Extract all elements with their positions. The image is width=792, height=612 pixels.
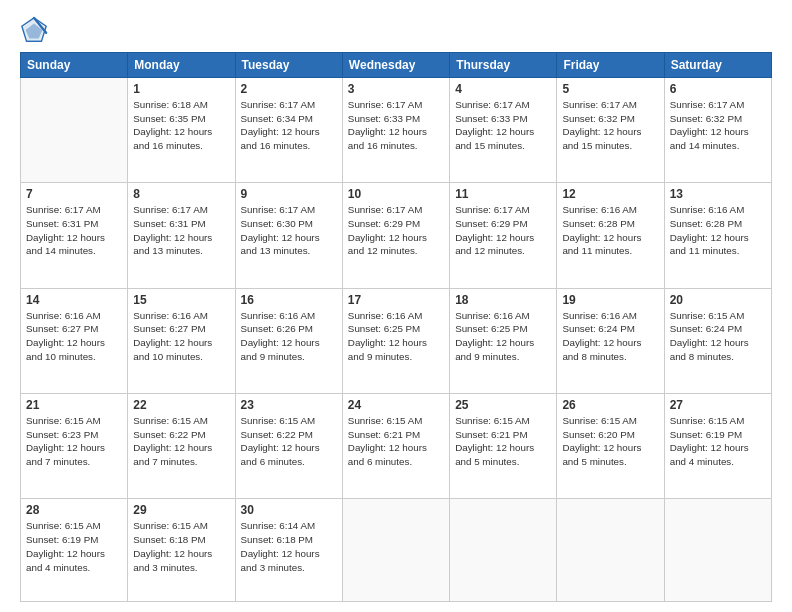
day-info: Sunrise: 6:17 AM Sunset: 6:29 PM Dayligh…: [455, 203, 551, 258]
calendar-cell: 17Sunrise: 6:16 AM Sunset: 6:25 PM Dayli…: [342, 288, 449, 393]
header-saturday: Saturday: [664, 53, 771, 78]
day-info: Sunrise: 6:16 AM Sunset: 6:27 PM Dayligh…: [133, 309, 229, 364]
calendar-cell: 28Sunrise: 6:15 AM Sunset: 6:19 PM Dayli…: [21, 499, 128, 602]
week-row-5: 28Sunrise: 6:15 AM Sunset: 6:19 PM Dayli…: [21, 499, 772, 602]
calendar-cell: 8Sunrise: 6:17 AM Sunset: 6:31 PM Daylig…: [128, 183, 235, 288]
day-info: Sunrise: 6:17 AM Sunset: 6:31 PM Dayligh…: [133, 203, 229, 258]
day-number: 26: [562, 398, 658, 412]
day-info: Sunrise: 6:15 AM Sunset: 6:21 PM Dayligh…: [348, 414, 444, 469]
calendar-cell: [450, 499, 557, 602]
day-info: Sunrise: 6:16 AM Sunset: 6:28 PM Dayligh…: [670, 203, 766, 258]
day-info: Sunrise: 6:16 AM Sunset: 6:27 PM Dayligh…: [26, 309, 122, 364]
calendar-cell: 29Sunrise: 6:15 AM Sunset: 6:18 PM Dayli…: [128, 499, 235, 602]
day-info: Sunrise: 6:15 AM Sunset: 6:18 PM Dayligh…: [133, 519, 229, 574]
day-info: Sunrise: 6:15 AM Sunset: 6:20 PM Dayligh…: [562, 414, 658, 469]
day-number: 28: [26, 503, 122, 517]
day-number: 14: [26, 293, 122, 307]
day-info: Sunrise: 6:15 AM Sunset: 6:19 PM Dayligh…: [26, 519, 122, 574]
day-info: Sunrise: 6:15 AM Sunset: 6:23 PM Dayligh…: [26, 414, 122, 469]
header-thursday: Thursday: [450, 53, 557, 78]
calendar-cell: [557, 499, 664, 602]
week-row-1: 1Sunrise: 6:18 AM Sunset: 6:35 PM Daylig…: [21, 78, 772, 183]
header-monday: Monday: [128, 53, 235, 78]
day-info: Sunrise: 6:16 AM Sunset: 6:28 PM Dayligh…: [562, 203, 658, 258]
calendar-cell: 16Sunrise: 6:16 AM Sunset: 6:26 PM Dayli…: [235, 288, 342, 393]
day-info: Sunrise: 6:17 AM Sunset: 6:31 PM Dayligh…: [26, 203, 122, 258]
calendar-table: SundayMondayTuesdayWednesdayThursdayFrid…: [20, 52, 772, 602]
calendar-cell: 23Sunrise: 6:15 AM Sunset: 6:22 PM Dayli…: [235, 394, 342, 499]
day-number: 16: [241, 293, 337, 307]
day-number: 22: [133, 398, 229, 412]
week-row-4: 21Sunrise: 6:15 AM Sunset: 6:23 PM Dayli…: [21, 394, 772, 499]
calendar-cell: 18Sunrise: 6:16 AM Sunset: 6:25 PM Dayli…: [450, 288, 557, 393]
day-info: Sunrise: 6:16 AM Sunset: 6:26 PM Dayligh…: [241, 309, 337, 364]
day-info: Sunrise: 6:17 AM Sunset: 6:34 PM Dayligh…: [241, 98, 337, 153]
header-tuesday: Tuesday: [235, 53, 342, 78]
day-number: 1: [133, 82, 229, 96]
day-info: Sunrise: 6:15 AM Sunset: 6:19 PM Dayligh…: [670, 414, 766, 469]
day-number: 21: [26, 398, 122, 412]
calendar-cell: 1Sunrise: 6:18 AM Sunset: 6:35 PM Daylig…: [128, 78, 235, 183]
day-info: Sunrise: 6:17 AM Sunset: 6:30 PM Dayligh…: [241, 203, 337, 258]
week-row-3: 14Sunrise: 6:16 AM Sunset: 6:27 PM Dayli…: [21, 288, 772, 393]
calendar-cell: 10Sunrise: 6:17 AM Sunset: 6:29 PM Dayli…: [342, 183, 449, 288]
calendar-cell: 15Sunrise: 6:16 AM Sunset: 6:27 PM Dayli…: [128, 288, 235, 393]
day-number: 13: [670, 187, 766, 201]
day-number: 8: [133, 187, 229, 201]
day-info: Sunrise: 6:17 AM Sunset: 6:32 PM Dayligh…: [670, 98, 766, 153]
day-number: 10: [348, 187, 444, 201]
calendar-cell: 27Sunrise: 6:15 AM Sunset: 6:19 PM Dayli…: [664, 394, 771, 499]
calendar-cell: [664, 499, 771, 602]
calendar-cell: 24Sunrise: 6:15 AM Sunset: 6:21 PM Dayli…: [342, 394, 449, 499]
day-info: Sunrise: 6:16 AM Sunset: 6:25 PM Dayligh…: [455, 309, 551, 364]
calendar-cell: 14Sunrise: 6:16 AM Sunset: 6:27 PM Dayli…: [21, 288, 128, 393]
day-number: 27: [670, 398, 766, 412]
day-info: Sunrise: 6:17 AM Sunset: 6:32 PM Dayligh…: [562, 98, 658, 153]
day-number: 18: [455, 293, 551, 307]
day-number: 17: [348, 293, 444, 307]
calendar-cell: 13Sunrise: 6:16 AM Sunset: 6:28 PM Dayli…: [664, 183, 771, 288]
day-info: Sunrise: 6:14 AM Sunset: 6:18 PM Dayligh…: [241, 519, 337, 574]
calendar-cell: 25Sunrise: 6:15 AM Sunset: 6:21 PM Dayli…: [450, 394, 557, 499]
day-info: Sunrise: 6:17 AM Sunset: 6:33 PM Dayligh…: [455, 98, 551, 153]
day-number: 23: [241, 398, 337, 412]
day-number: 25: [455, 398, 551, 412]
day-number: 20: [670, 293, 766, 307]
day-number: 6: [670, 82, 766, 96]
day-info: Sunrise: 6:15 AM Sunset: 6:22 PM Dayligh…: [133, 414, 229, 469]
calendar-cell: 7Sunrise: 6:17 AM Sunset: 6:31 PM Daylig…: [21, 183, 128, 288]
calendar-cell: 11Sunrise: 6:17 AM Sunset: 6:29 PM Dayli…: [450, 183, 557, 288]
day-number: 15: [133, 293, 229, 307]
day-info: Sunrise: 6:15 AM Sunset: 6:22 PM Dayligh…: [241, 414, 337, 469]
day-info: Sunrise: 6:16 AM Sunset: 6:25 PM Dayligh…: [348, 309, 444, 364]
week-row-2: 7Sunrise: 6:17 AM Sunset: 6:31 PM Daylig…: [21, 183, 772, 288]
calendar-cell: 19Sunrise: 6:16 AM Sunset: 6:24 PM Dayli…: [557, 288, 664, 393]
header-wednesday: Wednesday: [342, 53, 449, 78]
calendar-cell: [21, 78, 128, 183]
day-number: 24: [348, 398, 444, 412]
day-number: 3: [348, 82, 444, 96]
day-info: Sunrise: 6:15 AM Sunset: 6:21 PM Dayligh…: [455, 414, 551, 469]
day-number: 5: [562, 82, 658, 96]
calendar-cell: 30Sunrise: 6:14 AM Sunset: 6:18 PM Dayli…: [235, 499, 342, 602]
day-number: 2: [241, 82, 337, 96]
header-friday: Friday: [557, 53, 664, 78]
calendar-cell: 4Sunrise: 6:17 AM Sunset: 6:33 PM Daylig…: [450, 78, 557, 183]
calendar-cell: 21Sunrise: 6:15 AM Sunset: 6:23 PM Dayli…: [21, 394, 128, 499]
calendar-cell: 20Sunrise: 6:15 AM Sunset: 6:24 PM Dayli…: [664, 288, 771, 393]
day-number: 9: [241, 187, 337, 201]
day-info: Sunrise: 6:15 AM Sunset: 6:24 PM Dayligh…: [670, 309, 766, 364]
day-number: 30: [241, 503, 337, 517]
day-info: Sunrise: 6:18 AM Sunset: 6:35 PM Dayligh…: [133, 98, 229, 153]
day-number: 7: [26, 187, 122, 201]
calendar-cell: 12Sunrise: 6:16 AM Sunset: 6:28 PM Dayli…: [557, 183, 664, 288]
day-info: Sunrise: 6:17 AM Sunset: 6:33 PM Dayligh…: [348, 98, 444, 153]
calendar-cell: 9Sunrise: 6:17 AM Sunset: 6:30 PM Daylig…: [235, 183, 342, 288]
day-info: Sunrise: 6:16 AM Sunset: 6:24 PM Dayligh…: [562, 309, 658, 364]
day-number: 12: [562, 187, 658, 201]
calendar-cell: 3Sunrise: 6:17 AM Sunset: 6:33 PM Daylig…: [342, 78, 449, 183]
day-number: 29: [133, 503, 229, 517]
calendar-cell: 6Sunrise: 6:17 AM Sunset: 6:32 PM Daylig…: [664, 78, 771, 183]
calendar-header-row: SundayMondayTuesdayWednesdayThursdayFrid…: [21, 53, 772, 78]
calendar-cell: 26Sunrise: 6:15 AM Sunset: 6:20 PM Dayli…: [557, 394, 664, 499]
